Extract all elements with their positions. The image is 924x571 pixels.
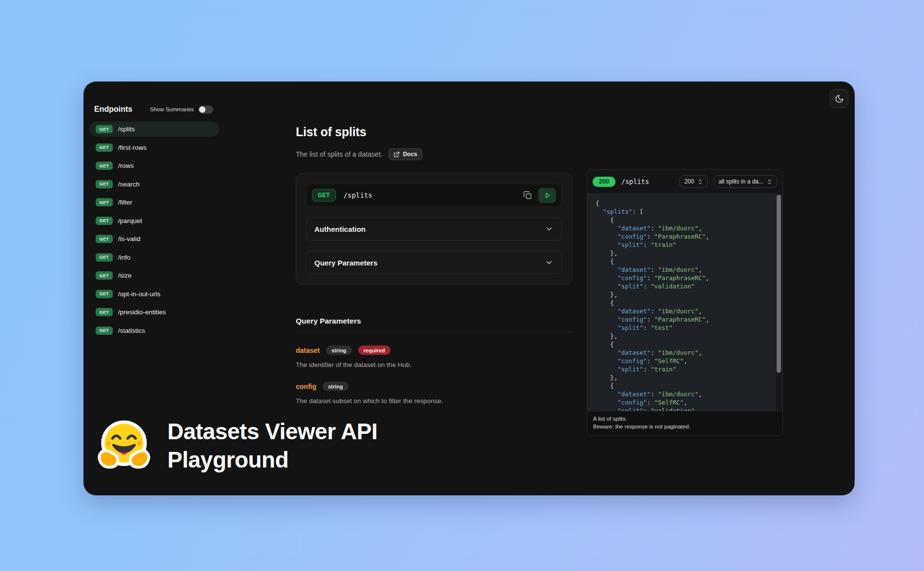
scrollbar-thumb[interactable]: [777, 195, 781, 373]
json-line: {: [595, 340, 770, 348]
method-badge: GET: [96, 290, 113, 298]
authentication-accordion[interactable]: Authentication: [306, 217, 562, 241]
description-row: The list of splits of a dataset. Docs: [296, 148, 572, 160]
chevron-down-icon: [545, 224, 554, 233]
app-title-line1: Datasets Viewer API: [167, 418, 377, 446]
method-badge: GET: [96, 217, 113, 225]
endpoint-path: /first-rows: [118, 144, 147, 151]
endpoint-description: The list of splits of a dataset.: [296, 150, 382, 158]
accordion-label: Authentication: [314, 225, 366, 233]
param-row: configstring: [296, 382, 572, 391]
run-request-button[interactable]: [538, 188, 556, 203]
response-footer: A list of splits. Beware: the response i…: [587, 411, 782, 435]
json-line: "split": "train": [595, 365, 770, 373]
endpoint-path: /info: [118, 254, 131, 261]
method-badge: GET: [96, 235, 113, 243]
sidebar-item-opt-in-out-urls[interactable]: GET/opt-in-out-urls: [89, 286, 219, 302]
json-line: "config": "ParaphraseRC",: [595, 315, 770, 324]
sidebar-item-parquet[interactable]: GET/parquet: [89, 213, 219, 228]
json-line: "config": "SelfRC",: [595, 357, 770, 365]
endpoint-path: /splits: [118, 125, 135, 133]
json-line: {: [595, 382, 770, 390]
param-required-badge: required: [358, 346, 390, 355]
updown-chevrons-icon: [698, 179, 703, 185]
query-parameters-accordion[interactable]: Query Parameters: [306, 251, 562, 274]
sidebar-item-first-rows[interactable]: GET/first-rows: [89, 140, 219, 155]
json-line: "config": "SelfRC",: [595, 398, 770, 407]
example-select-value: all splits in a da...: [719, 178, 763, 185]
scrollbar-track[interactable]: [775, 193, 782, 411]
status-code-select-value: 200: [684, 178, 694, 185]
response-footer-line: A list of splits.: [593, 415, 777, 423]
query-parameters-section: Query Parameters datasetstringrequiredTh…: [296, 317, 572, 405]
param-name: config: [296, 383, 316, 390]
response-json: { "splits": [ { "dataset": "ibm/duorc", …: [595, 199, 770, 411]
sidebar-item-size[interactable]: GET/size: [89, 268, 219, 283]
copy-button[interactable]: [520, 188, 535, 203]
example-select[interactable]: all splits in a da...: [714, 175, 777, 188]
divider: [296, 332, 572, 332]
method-badge: GET: [96, 180, 113, 188]
method-badge: GET: [96, 308, 113, 316]
method-badge: GET: [96, 198, 113, 206]
json-line: "dataset": "ibm/duorc",: [595, 224, 770, 232]
accordion-label: Query Parameters: [314, 259, 377, 267]
method-badge: GET: [96, 253, 113, 262]
sidebar-item-splits[interactable]: GET/splits: [89, 122, 219, 137]
json-line: },: [595, 249, 770, 257]
sidebar-item-info[interactable]: GET/info: [89, 250, 219, 265]
docs-button[interactable]: Docs: [389, 148, 422, 160]
json-line: "dataset": "ibm/duorc",: [595, 265, 770, 274]
param-type-badge: string: [323, 382, 349, 391]
endpoint-path: /size: [118, 272, 132, 279]
theme-toggle-button[interactable]: [830, 89, 848, 108]
hugging-face-logo: [95, 417, 153, 475]
sidebar-item-statistics[interactable]: GET/statistics: [89, 323, 219, 338]
endpoint-path: /parquet: [118, 217, 143, 224]
param-list: datasetstringrequiredThe identifier of t…: [296, 346, 572, 405]
sidebar-item-search[interactable]: GET/search: [89, 177, 219, 192]
query-parameters-title: Query Parameters: [296, 317, 572, 326]
sidebar-item-filter[interactable]: GET/filter: [89, 195, 219, 210]
param-row: datasetstringrequired: [296, 346, 572, 355]
method-badge: GET: [96, 271, 113, 280]
sidebar-title: Endpoints: [94, 105, 132, 114]
endpoints-sidebar: Endpoints Show Summaries GET/splitsGET/f…: [89, 105, 226, 341]
json-line: {: [595, 216, 770, 224]
response-header: 200 /splits 200 all splits in a da...: [587, 170, 782, 193]
sidebar-item-is-valid[interactable]: GET/is-valid: [89, 231, 219, 246]
method-badge: GET: [96, 326, 113, 335]
param-name: dataset: [296, 347, 320, 354]
endpoint-list: GET/splitsGET/first-rowsGET/rowsGET/sear…: [89, 122, 226, 338]
json-line: },: [595, 332, 770, 340]
json-line: "dataset": "ibm/duorc",: [595, 348, 770, 357]
main-content: List of splits The list of splits of a d…: [296, 125, 572, 405]
updown-chevrons-icon: [767, 179, 772, 185]
method-badge: GET: [96, 125, 113, 133]
endpoint-path: /rows: [118, 162, 134, 169]
endpoint-path: /is-valid: [118, 235, 141, 243]
page-title: List of splits: [296, 125, 572, 139]
show-summaries-toggle[interactable]: [198, 105, 213, 114]
status-badge: 200: [593, 177, 616, 187]
json-line: "split": "train": [595, 241, 770, 249]
endpoint-path: /opt-in-out-urls: [118, 290, 161, 298]
play-icon: [543, 191, 552, 200]
response-panel: 200 /splits 200 all splits in a da... { …: [587, 169, 783, 436]
json-line: "split": "validation": [595, 407, 770, 411]
app-title: Datasets Viewer API Playground: [167, 418, 377, 474]
sidebar-item-presidio-entities[interactable]: GET/presidio-entities: [89, 305, 219, 320]
json-line: "split": "validation": [595, 282, 770, 290]
param-description: The identifier of the dataset on the Hub…: [296, 361, 572, 368]
sidebar-header: Endpoints Show Summaries: [89, 105, 226, 122]
json-line: "dataset": "ibm/duorc",: [595, 307, 770, 315]
request-panel: GET /splits Authentication: [296, 173, 572, 285]
method-badge: GET: [96, 143, 113, 152]
json-line: {: [595, 299, 770, 307]
app-title-line2: Playground: [167, 446, 377, 474]
chevron-down-icon: [545, 258, 554, 267]
json-line: },: [595, 290, 770, 299]
copy-icon: [523, 191, 532, 200]
status-code-select[interactable]: 200: [679, 175, 708, 188]
sidebar-item-rows[interactable]: GET/rows: [89, 158, 219, 173]
